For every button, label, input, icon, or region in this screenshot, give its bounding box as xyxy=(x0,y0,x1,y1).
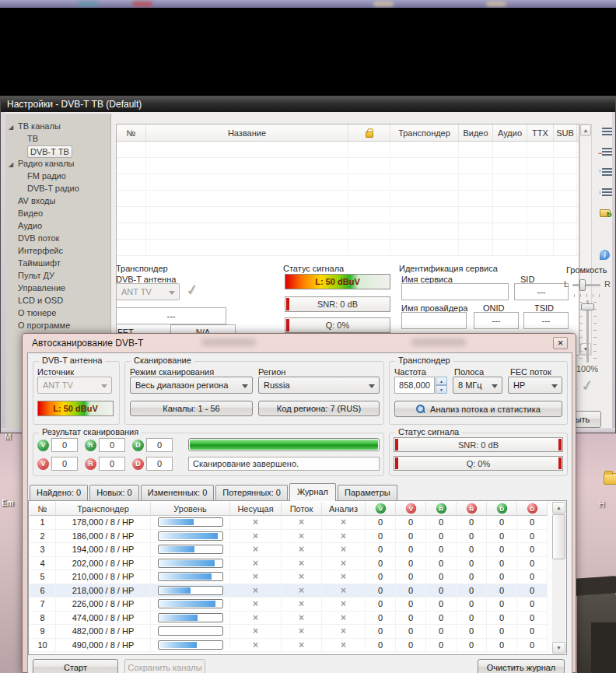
volume-slider-thumb[interactable] xyxy=(581,303,594,310)
sidebar-item-dvb-t-тв[interactable]: DVB-T ТВ xyxy=(5,145,110,157)
sidebar-item-тв[interactable]: ТВ xyxy=(5,132,110,145)
tab-найдено-0[interactable]: Найдено: 0 xyxy=(30,485,88,500)
journal-header-green-d[interactable]: D xyxy=(487,502,517,516)
channel-header-4[interactable]: Видео xyxy=(459,124,493,141)
provider-field[interactable] xyxy=(401,312,467,329)
scroll-up-icon[interactable]: ▲ xyxy=(580,124,591,136)
journal-header-red-r[interactable]: R xyxy=(457,502,487,516)
settings-window-title: Настройки - DVB-T ТВ (Default) xyxy=(1,96,615,112)
sidebar-item-таймшифт[interactable]: Таймшифт xyxy=(5,257,110,269)
source-select[interactable]: ANT TV xyxy=(37,377,112,394)
move-down-icon[interactable]: ↓ xyxy=(598,187,612,199)
service-name-field[interactable] xyxy=(401,283,509,300)
tab-параметры[interactable]: Параметры xyxy=(338,485,397,500)
scroll-up-icon[interactable]: ▲ xyxy=(552,502,565,514)
channel-header-5[interactable]: Аудио xyxy=(493,124,527,141)
sidebar-item-dvb-поток[interactable]: DVB поток xyxy=(5,232,110,244)
cross-icon: × xyxy=(341,571,346,582)
sidebar-item-dvb-t-радио[interactable]: DVB-T радио xyxy=(5,182,110,195)
journal-row[interactable]: 1178,000 / 8 / HP×××000000 xyxy=(30,516,548,530)
tab-измененных-0[interactable]: Измененных: 0 xyxy=(141,485,215,500)
journal-header-2[interactable]: Уровень xyxy=(151,502,230,516)
channel-list-icon[interactable] xyxy=(598,126,612,138)
journal-cell-num: 6 xyxy=(30,584,56,598)
sidebar-item-пульт-ду[interactable]: Пульт ДУ xyxy=(5,269,110,282)
channel-header-6[interactable]: TTX xyxy=(527,124,554,141)
journal-header-green-r[interactable]: R xyxy=(426,502,457,516)
signal-level-meter: L: 50 dBuV xyxy=(285,274,390,289)
folder-scan-icon[interactable] xyxy=(598,207,612,219)
desktop-icon-label[interactable]: H xyxy=(599,500,604,509)
channel-header-lock[interactable] xyxy=(348,124,390,141)
journal-row[interactable]: 4202,000 / 8 / HP×××000000 xyxy=(30,557,548,571)
move-up-icon[interactable]: ↑ xyxy=(598,166,612,179)
info-icon[interactable]: i xyxy=(598,249,612,261)
region-select[interactable]: Russia xyxy=(258,377,380,394)
journal-table[interactable]: №ТранспондерУровеньНесущаяПотокАнализVVR… xyxy=(30,502,548,652)
rename-channel-icon[interactable]: − xyxy=(598,146,612,159)
journal-header-red-v[interactable]: V xyxy=(396,502,426,516)
scan-mode-select[interactable]: Весь диапазон региона xyxy=(130,377,253,394)
journal-scrollbar[interactable]: ▲ ▼ xyxy=(552,502,565,654)
journal-cell-level xyxy=(151,570,230,584)
sidebar-item-управление[interactable]: Управление xyxy=(5,282,110,294)
desktop-icon-label[interactable]: Em xyxy=(2,499,14,507)
analyze-stream-button[interactable]: Анализ потока и статистика xyxy=(394,401,562,417)
channel-header-1[interactable]: Название xyxy=(146,124,348,141)
tab-журнал[interactable]: Журнал xyxy=(289,483,336,501)
sidebar-item-видео[interactable]: Видео xyxy=(5,207,110,219)
journal-row[interactable]: 3194,000 / 8 / HP×××000000 xyxy=(30,543,548,557)
scroll-thumb[interactable] xyxy=(552,514,565,559)
desktop-folder-icon[interactable] xyxy=(604,473,616,485)
save-channels-button[interactable]: Сохранить каналы xyxy=(124,659,205,673)
dialog-close-button[interactable]: ✕ xyxy=(553,337,568,349)
bandwidth-select[interactable]: 8 МГц xyxy=(453,377,502,394)
sidebar-item-av-входы[interactable]: AV входы xyxy=(5,195,110,207)
antenna-check-icon[interactable]: ✓ xyxy=(184,280,199,300)
journal-header-1[interactable]: Транспондер xyxy=(56,502,151,516)
tab-потерянных-0[interactable]: Потерянных: 0 xyxy=(215,485,288,500)
journal-row[interactable]: 6218,000 / 8 / HP×××000000 xyxy=(30,584,548,598)
journal-header-3[interactable]: Несущая xyxy=(230,502,282,516)
journal-row[interactable]: 2186,000 / 8 / HP×××000000 xyxy=(30,530,548,544)
fec-select[interactable]: HP xyxy=(508,377,562,394)
tab-новых-0[interactable]: Новых: 0 xyxy=(89,485,139,500)
frequency-spinner[interactable]: ▲ ▼ xyxy=(436,377,447,394)
sidebar-item-радио-каналы[interactable]: ◢Радио каналы xyxy=(5,157,110,170)
spin-down-icon[interactable]: ▼ xyxy=(436,385,447,394)
journal-header-red-d[interactable]: D xyxy=(517,502,548,516)
journal-header-0[interactable]: № xyxy=(30,502,56,516)
sidebar-item-fm-радио[interactable]: FM радио xyxy=(5,170,110,182)
balance-slider-track[interactable] xyxy=(572,284,600,286)
journal-row[interactable]: 8474,000 / 8 / HP×××000000 xyxy=(30,612,548,626)
journal-row[interactable]: 9482,000 / 8 / HP×××000000 xyxy=(30,625,548,639)
scroll-down-icon[interactable]: ▼ xyxy=(552,642,565,654)
spin-up-icon[interactable]: ▲ xyxy=(436,377,447,385)
sidebar-item-о-тюнере[interactable]: О тюнере xyxy=(5,307,110,319)
volume-check-icon[interactable]: ✓ xyxy=(579,376,594,395)
sidebar-item-тв-каналы[interactable]: ◢ТВ каналы xyxy=(5,120,110,132)
journal-cell-count: 0 xyxy=(487,570,517,584)
channel-header-3[interactable]: Транспондер xyxy=(390,124,459,141)
sidebar-item-интерфейс[interactable]: Интерфейс xyxy=(5,244,110,257)
frequency-input[interactable]: 858,000 xyxy=(394,377,435,394)
sidebar-item-lcd-и-osd[interactable]: LCD и OSD xyxy=(5,294,110,307)
channel-table-header[interactable]: №НазваниеТранспондерВидеоАудиоTTXSUB xyxy=(117,124,579,142)
journal-row[interactable]: 7226,000 / 8 / HP×××000000 xyxy=(30,598,548,612)
journal-cell-count: 0 xyxy=(457,598,487,611)
channel-header-7[interactable]: SUB xyxy=(554,124,577,141)
sidebar-item-аудио[interactable]: Аудио xyxy=(5,219,110,232)
journal-row[interactable]: 10490,000 / 8 / HP×××000000 xyxy=(30,639,548,653)
start-button[interactable]: Старт xyxy=(33,659,118,673)
journal-row[interactable]: 5210,000 / 8 / HP×××000000 xyxy=(30,570,548,584)
balance-slider-thumb[interactable] xyxy=(579,279,586,291)
journal-header-green-v[interactable]: V xyxy=(366,502,396,516)
journal-header-4[interactable]: Поток xyxy=(282,502,322,516)
journal-header-5[interactable]: Анализ xyxy=(322,502,366,516)
desktop-icon-label[interactable]: M xyxy=(5,433,11,441)
clear-journal-button[interactable]: Очистить журнал xyxy=(478,659,565,673)
antenna-source-select[interactable]: ANT TV xyxy=(116,283,180,300)
bandwidth-label: Полоса xyxy=(454,367,484,377)
channel-header-0[interactable]: № xyxy=(117,124,146,141)
sidebar-item-о-программе[interactable]: О программе xyxy=(5,319,110,331)
